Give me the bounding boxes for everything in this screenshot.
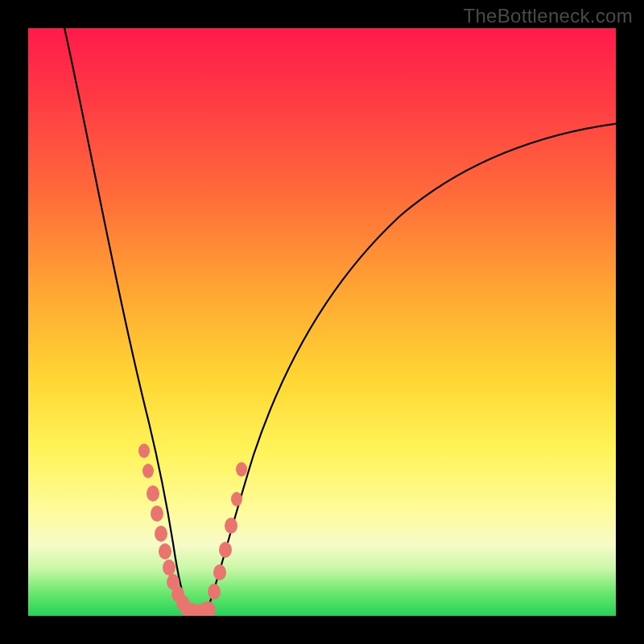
marker-dot: [151, 506, 163, 522]
marker-dot: [138, 444, 150, 458]
marker-dot: [225, 518, 237, 534]
marker-dot: [142, 464, 154, 478]
marker-dot: [231, 492, 242, 506]
chart-overlay: [28, 28, 616, 616]
marker-dot: [219, 542, 232, 558]
watermark-text: TheBottleneck.com: [463, 5, 633, 27]
marker-dot: [159, 543, 171, 559]
curve-right-branch: [207, 123, 616, 611]
marker-dot: [236, 462, 247, 477]
curve-left-branch: [64, 28, 189, 611]
marker-dot: [213, 564, 226, 580]
marker-dot: [200, 601, 216, 616]
marker-dot: [163, 559, 175, 576]
marker-dot: [155, 526, 167, 542]
marker-dot: [208, 584, 221, 600]
marker-dot: [147, 485, 159, 502]
chart-frame: TheBottleneck.com: [0, 0, 644, 644]
